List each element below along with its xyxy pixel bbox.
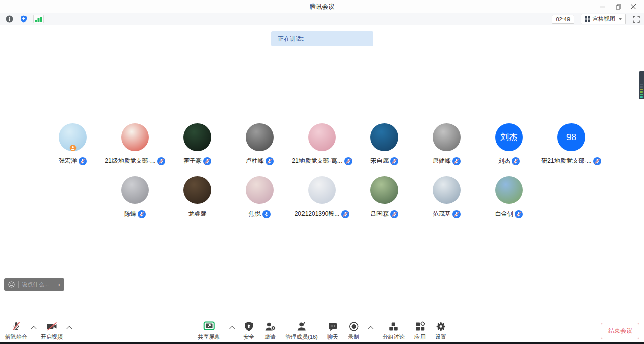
share-options-caret[interactable] <box>229 326 235 331</box>
video-options-caret[interactable] <box>66 326 72 331</box>
participant-name-line: 吕国森 <box>370 210 398 218</box>
participant-avatar <box>308 176 336 204</box>
avatar-wrap <box>246 176 274 204</box>
participant-name: 焦悦 <box>249 210 261 218</box>
mic-options-caret[interactable] <box>31 326 36 331</box>
breakout-rooms-button[interactable]: 分组讨论 <box>383 321 405 341</box>
participant-tile[interactable]: 范茂基 <box>415 176 478 218</box>
audio-level-widget[interactable] <box>639 71 644 99</box>
participant-tile[interactable]: 98 研21地质党支部-... <box>540 123 602 165</box>
avatar-wrap <box>121 123 149 151</box>
shield-check-icon[interactable] <box>19 15 29 23</box>
manage-members-button[interactable]: 管理成员(16) <box>285 321 318 341</box>
participant-name: 唐健峰 <box>433 157 451 165</box>
participant-row-1: 张宏洋 21级地质党支部-... <box>0 123 644 165</box>
share-screen-icon <box>203 321 215 332</box>
participant-tile[interactable]: 陈蝶 <box>104 176 166 218</box>
share-screen-button[interactable]: 共享屏幕 <box>198 321 220 341</box>
collapse-chevron-icon[interactable]: ‹ <box>54 281 64 288</box>
mic-status-icon <box>515 210 523 218</box>
meeting-timer: 02:49 <box>552 15 574 24</box>
avatar-wrap <box>370 176 398 204</box>
minimize-button[interactable] <box>595 0 611 13</box>
participant-tile[interactable]: 焦悦 <box>229 176 291 218</box>
end-meeting-button[interactable]: 结束会议 <box>601 323 639 339</box>
participant-avatar <box>246 176 274 204</box>
participant-tile[interactable]: 唐健峰 <box>415 123 478 165</box>
participant-name-line: 研21地质党支部-... <box>541 157 601 165</box>
window-title: 腾讯会议 <box>0 0 644 13</box>
settings-gear-icon <box>435 321 446 332</box>
mic-status-icon <box>138 210 146 218</box>
chat-button[interactable]: 聊天 <box>327 321 338 341</box>
host-badge-icon <box>69 144 76 153</box>
participant-name-line: 张宏洋 <box>59 157 87 165</box>
participant-avatar <box>370 176 398 204</box>
unmute-button[interactable]: 解除静音 <box>5 321 27 341</box>
participant-avatar <box>495 176 523 204</box>
breakout-label: 分组讨论 <box>383 333 405 341</box>
info-icon[interactable] <box>4 15 14 23</box>
participant-avatar <box>433 176 461 204</box>
invite-button[interactable]: 邀请 <box>264 321 276 341</box>
security-button[interactable]: 安全 <box>243 321 254 341</box>
participant-tile[interactable]: 刘杰 刘杰 <box>478 123 540 165</box>
smiley-icon[interactable] <box>8 281 15 288</box>
participant-tile[interactable]: 卢柱峰 <box>229 123 291 165</box>
start-video-button[interactable]: 开启视频 <box>41 321 63 341</box>
participant-tile[interactable]: 张宏洋 <box>42 123 104 165</box>
chat-input-placeholder[interactable]: 说点什么... <box>19 281 54 288</box>
participant-name: 21地质党支部-葛... <box>292 157 342 165</box>
participant-tile[interactable]: 2021201390段... <box>291 176 353 218</box>
avatar-wrap: 刘杰 <box>495 123 523 151</box>
start-video-label: 开启视频 <box>41 333 63 341</box>
participant-name: 龙睿馨 <box>188 210 207 218</box>
participant-row-2: 陈蝶 龙睿馨 <box>0 176 644 218</box>
av-controls-group: 解除静音 开启视频 <box>5 321 71 341</box>
avatar-wrap <box>308 123 336 151</box>
apps-button[interactable]: 应用 <box>414 321 426 341</box>
participant-tile[interactable]: 白金钊 <box>478 176 540 218</box>
participant-name-line: 21地质党支部-葛... <box>292 157 352 165</box>
participant-avatar <box>433 123 461 151</box>
view-mode-label: 宫格视图 <box>593 15 615 23</box>
record-options-caret[interactable] <box>368 326 373 331</box>
mic-status-icon <box>593 157 601 165</box>
participant-name: 陈蝶 <box>124 210 136 218</box>
share-screen-label: 共享屏幕 <box>198 333 220 341</box>
participant-tile[interactable]: 21级地质党支部-... <box>104 123 166 165</box>
invite-person-icon <box>264 321 276 332</box>
close-button[interactable] <box>626 0 641 13</box>
participant-name-line: 范茂基 <box>433 210 461 218</box>
restore-button[interactable] <box>611 0 626 13</box>
participant-name-line: 焦悦 <box>249 210 271 218</box>
participant-name-line: 唐健峰 <box>433 157 461 165</box>
apps-label: 应用 <box>414 333 426 341</box>
participant-tile[interactable]: 龙睿馨 <box>166 176 229 218</box>
record-label: 录制 <box>348 333 359 341</box>
grid-view-icon <box>585 16 590 22</box>
avatar-wrap <box>308 176 336 204</box>
participant-avatar <box>246 123 274 151</box>
participant-tile[interactable]: 吕国森 <box>353 176 415 218</box>
participant-avatar: 刘杰 <box>495 123 523 151</box>
fullscreen-button[interactable] <box>633 16 640 23</box>
participant-avatar <box>121 176 149 204</box>
participant-avatar <box>121 123 149 151</box>
settings-button[interactable]: 设置 <box>435 321 446 341</box>
security-label: 安全 <box>243 333 254 341</box>
participant-tile[interactable]: 21地质党支部-葛... <box>291 123 353 165</box>
network-signal-icon[interactable] <box>33 15 44 23</box>
record-button[interactable]: 录制 <box>348 321 359 341</box>
participant-name: 宋自愿 <box>370 157 389 165</box>
participant-tile[interactable]: 霍子豪 <box>166 123 229 165</box>
participant-avatar: 98 <box>557 123 585 151</box>
participant-name: 卢柱峰 <box>246 157 264 165</box>
mic-status-icon <box>344 157 352 165</box>
participant-tile[interactable]: 宋自愿 <box>353 123 415 165</box>
mic-status-icon <box>266 157 274 165</box>
participant-avatar <box>183 123 211 151</box>
mic-status-icon <box>452 157 461 165</box>
chat-quick-bar[interactable]: 说点什么... ‹ <box>4 278 64 291</box>
view-mode-button[interactable]: 宫格视图 <box>581 14 626 24</box>
